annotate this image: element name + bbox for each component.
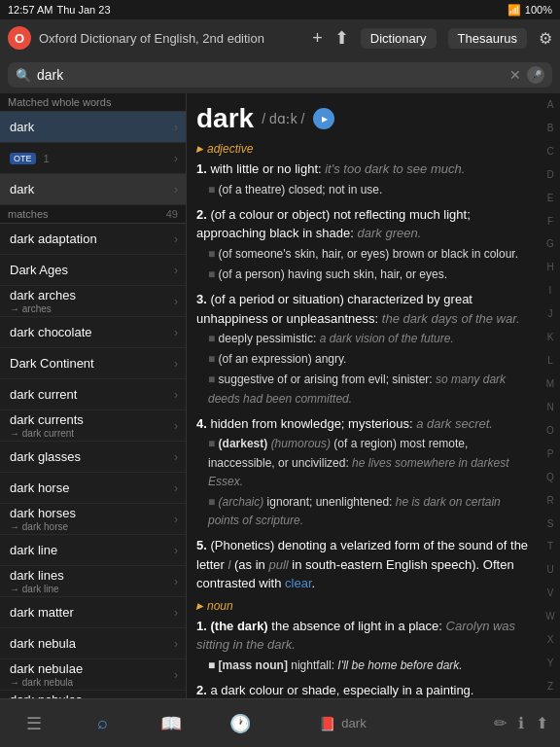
az-a[interactable]: A: [547, 99, 554, 111]
list-item[interactable]: dark arches → arches ›: [0, 286, 186, 317]
az-c[interactable]: C: [546, 146, 553, 158]
az-r[interactable]: R: [546, 495, 553, 507]
az-b[interactable]: B: [547, 123, 554, 134]
thesaurus-button[interactable]: Thesaurus: [448, 28, 527, 49]
az-u[interactable]: U: [546, 564, 553, 576]
history-button[interactable]: 🕐: [206, 713, 275, 734]
list-item[interactable]: dark horses → dark horse ›: [0, 504, 186, 535]
chevron-right-icon: ›: [174, 295, 178, 308]
list-item[interactable]: dark line ›: [0, 535, 186, 566]
noun-definition-2: 2. a dark colour or shade, especially in…: [196, 681, 533, 698]
list-item[interactable]: dark chocolate ›: [0, 317, 186, 348]
right-panel: A B C D E F G H I J K L M N O P Q R S T …: [187, 93, 560, 698]
chevron-right-icon: ›: [174, 419, 178, 433]
item-content: dark nebulae → dark nebula: [10, 661, 174, 688]
list-item[interactable]: dark lines → dark line ›: [0, 566, 186, 597]
chevron-right-icon: ›: [174, 326, 178, 339]
menu-button[interactable]: ☰: [0, 713, 69, 734]
az-v[interactable]: V: [547, 587, 554, 599]
az-z[interactable]: Z: [547, 681, 553, 693]
clock-icon: 🕐: [229, 713, 251, 734]
dictionary-button[interactable]: Dictionary: [361, 28, 437, 49]
clear-link[interactable]: clear: [285, 576, 311, 590]
toolbar-actions: ✏ ℹ ⬆: [411, 714, 560, 732]
list-item[interactable]: dark nebulae → dark nebula ›: [0, 659, 186, 691]
search-input[interactable]: [37, 67, 504, 83]
book-icon: 📖: [160, 713, 182, 734]
list-item[interactable]: dark glasses ›: [0, 442, 186, 473]
definition-4: 4. hidden from knowledge; mysterious: a …: [196, 414, 533, 530]
list-item[interactable]: dark nebula ›: [0, 628, 186, 659]
az-j[interactable]: J: [548, 308, 553, 320]
list-item[interactable]: Dark Ages ›: [0, 255, 186, 286]
az-g[interactable]: G: [546, 238, 554, 250]
chevron-right-icon: ›: [174, 152, 178, 165]
az-m[interactable]: M: [546, 378, 554, 390]
search-icon: 🔍: [16, 68, 31, 83]
status-bar: 12:57 AM Thu Jan 23 📶 100%: [0, 0, 560, 19]
list-item[interactable]: dark ›: [0, 174, 186, 205]
audio-button[interactable]: [313, 108, 334, 129]
toolbar-current-word: dark: [341, 716, 366, 730]
chevron-right-icon: ›: [174, 606, 178, 620]
dict-word: dark: [196, 103, 254, 134]
az-h[interactable]: H: [546, 262, 553, 273]
partial-matches-header: matches 49: [0, 205, 186, 224]
chevron-right-icon: ›: [174, 264, 178, 277]
az-e[interactable]: E: [547, 193, 554, 204]
list-item[interactable]: dark current ›: [0, 379, 186, 410]
az-w[interactable]: W: [545, 611, 554, 622]
az-o[interactable]: O: [546, 425, 554, 437]
mic-icon[interactable]: 🎤: [527, 66, 544, 84]
az-x[interactable]: X: [547, 634, 554, 646]
pencil-button[interactable]: ✏: [494, 714, 507, 732]
item-content: Dark Continent: [10, 356, 174, 371]
dict-header: dark / dɑːk /: [196, 103, 533, 134]
item-content: dark currents → dark current: [10, 412, 174, 439]
az-n[interactable]: N: [546, 402, 553, 413]
item-content: dark glasses: [10, 449, 174, 464]
chevron-right-icon: ›: [174, 668, 178, 682]
az-q[interactable]: Q: [546, 472, 554, 483]
search-bar: 🔍 ✕ 🎤: [0, 56, 560, 93]
list-item[interactable]: dark ›: [0, 112, 186, 143]
az-i[interactable]: I: [549, 285, 552, 297]
az-d[interactable]: D: [546, 169, 553, 181]
az-t[interactable]: T: [547, 541, 553, 552]
export-button[interactable]: ⬆: [536, 714, 548, 732]
az-y[interactable]: Y: [547, 658, 554, 669]
search-tab-button[interactable]: ⌕: [69, 713, 138, 733]
list-item[interactable]: dark nebulas → dark nebula ›: [0, 691, 186, 698]
settings-button[interactable]: ⚙: [539, 29, 552, 48]
chevron-right-icon: ›: [174, 183, 178, 196]
item-content: dark line: [10, 543, 174, 557]
az-s[interactable]: S: [547, 518, 554, 530]
toolbar-book-icon: 📕: [319, 716, 335, 731]
info-button[interactable]: ℹ: [518, 714, 524, 732]
chevron-right-icon: ›: [174, 544, 178, 557]
az-p[interactable]: P: [547, 448, 554, 460]
list-item[interactable]: OTE 1 ›: [0, 143, 186, 174]
clear-icon[interactable]: ✕: [509, 67, 521, 83]
status-right: 📶 100%: [508, 4, 552, 17]
chevron-right-icon: ›: [174, 450, 178, 464]
bottom-toolbar: ☰ ⌕ 📖 🕐 📕 dark ✏ ℹ ⬆: [0, 698, 560, 747]
library-button[interactable]: 📖: [137, 713, 206, 734]
search-input-wrap[interactable]: 🔍 ✕ 🎤: [8, 62, 552, 88]
battery: 100%: [525, 4, 552, 16]
list-item[interactable]: dark currents → dark current ›: [0, 410, 186, 442]
pos-noun: noun: [196, 599, 533, 613]
list-item[interactable]: dark matter ›: [0, 597, 186, 628]
toolbar-word-area: 📕 dark: [274, 716, 411, 731]
left-panel: Matched whole words dark › OTE 1 › dark …: [0, 93, 187, 698]
list-item[interactable]: Dark Continent ›: [0, 348, 186, 379]
list-item[interactable]: dark horse ›: [0, 473, 186, 504]
az-l[interactable]: L: [547, 355, 553, 367]
plus-button[interactable]: +: [312, 28, 323, 49]
list-item[interactable]: dark adaptation ›: [0, 224, 186, 255]
az-k[interactable]: K: [547, 332, 554, 343]
az-f[interactable]: F: [547, 216, 553, 228]
share-button[interactable]: ⬆: [334, 27, 349, 49]
chevron-right-icon: ›: [174, 637, 178, 651]
chevron-right-icon: ›: [174, 388, 178, 402]
